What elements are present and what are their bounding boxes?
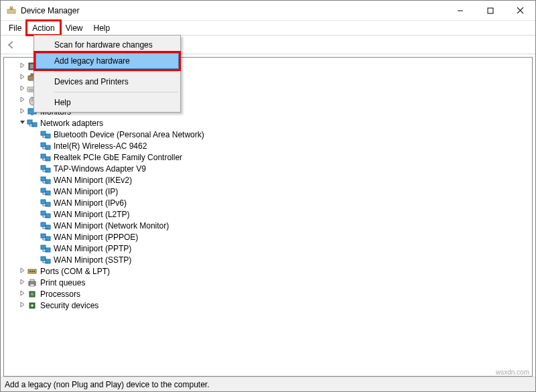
svg-point-72 [31, 271, 33, 272]
watermark: wsxdn.com [496, 369, 529, 376]
tree-label: WAN Miniport (Network Monitor) [54, 221, 169, 231]
tree-label: WAN Miniport (SSTP) [54, 255, 131, 265]
menu-file[interactable]: File [3, 21, 27, 35]
chevron-right-icon[interactable] [17, 267, 27, 275]
network-icon [40, 164, 51, 174]
svg-rect-78 [31, 293, 34, 296]
menu-item-add-legacy-hardware[interactable]: Add legacy hardware [36, 53, 179, 69]
tree-item-wan-miniport-ip-[interactable]: WAN Miniport (IP) [4, 186, 532, 197]
tree-category-ports-com-lpt-[interactable]: Ports (COM & LPT) [4, 265, 532, 277]
network-icon [40, 175, 51, 186]
tree-category-print-queues[interactable]: Print queues [4, 277, 532, 288]
device-manager-window: Device Manager FileActionViewHelp Firmwa… [0, 0, 536, 392]
network-icon [40, 152, 51, 163]
network-icon [40, 243, 51, 254]
titlebar: Device Manager [1, 1, 535, 21]
menu-separator [54, 92, 178, 92]
svg-rect-34 [41, 166, 46, 170]
tree-label: WAN Miniport (PPTP) [54, 244, 131, 253]
menu-help[interactable]: Help [88, 21, 116, 35]
tree-label: Bluetooth Device (Personal Area Network) [54, 130, 204, 139]
svg-rect-62 [41, 245, 46, 249]
security-icon [27, 300, 38, 311]
svg-point-71 [29, 271, 31, 272]
tree-category-processors[interactable]: Processors [4, 288, 532, 300]
menu-action[interactable]: Action [27, 21, 60, 35]
tree-item-wan-miniport-pptp-[interactable]: WAN Miniport (PPTP) [4, 243, 532, 254]
tree-label: WAN Miniport (IPv6) [54, 198, 127, 208]
tree-category-security-devices[interactable]: Security devices [4, 300, 532, 311]
menu-item-devices-and-printers[interactable]: Devices and Printers [36, 74, 179, 90]
action-menu-dropdown: Scan for hardware changesAdd legacy hard… [34, 35, 181, 113]
svg-rect-0 [7, 9, 15, 13]
svg-rect-54 [41, 222, 46, 226]
tree-item-bluetooth-device-personal-area-network-[interactable]: Bluetooth Device (Personal Area Network) [4, 129, 532, 140]
statusbar: Add a legacy (non Plug and Play) device … [1, 377, 535, 391]
cpu-icon [27, 289, 38, 300]
window-title: Device Manager [21, 6, 445, 15]
menu-view[interactable]: View [60, 21, 88, 35]
status-text: Add a legacy (non Plug and Play) device … [5, 380, 210, 389]
svg-rect-18 [27, 120, 32, 124]
tree-item-realtek-pcie-gbe-family-controller[interactable]: Realtek PCIe GbE Family Controller [4, 151, 532, 163]
svg-rect-58 [41, 234, 46, 238]
chevron-right-icon[interactable] [17, 74, 27, 81]
network-icon [40, 129, 51, 140]
minimize-button[interactable] [445, 1, 475, 20]
svg-rect-46 [41, 200, 46, 204]
svg-rect-75 [30, 279, 34, 281]
tree-item-wan-miniport-ikev2-[interactable]: WAN Miniport (IKEv2) [4, 174, 532, 186]
maximize-button[interactable] [475, 1, 505, 20]
app-icon [6, 5, 17, 16]
tree-item-wan-miniport-ipv6-[interactable]: WAN Miniport (IPv6) [4, 197, 532, 208]
tree-label: Security devices [40, 301, 98, 310]
tree-label: Network adapters [40, 119, 103, 128]
back-button[interactable] [5, 38, 18, 52]
svg-rect-38 [41, 177, 46, 181]
svg-rect-17 [31, 114, 34, 115]
window-controls [445, 1, 535, 20]
tree-label: Intel(R) Wireless-AC 9462 [54, 141, 147, 151]
network-icon [40, 255, 51, 265]
svg-rect-66 [41, 257, 46, 261]
tree-label: Processors [40, 289, 80, 299]
chevron-right-icon[interactable] [17, 85, 27, 92]
ports-icon [27, 266, 38, 277]
network-icon [40, 198, 51, 208]
tree-item-wan-miniport-network-monitor-[interactable]: WAN Miniport (Network Monitor) [4, 220, 532, 231]
tree-item-wan-miniport-sstp-[interactable]: WAN Miniport (SSTP) [4, 254, 532, 265]
tree-label: Realtek PCIe GbE Family Controller [54, 153, 182, 162]
tree-category-network-adapters[interactable]: Network adapters [4, 117, 532, 129]
tree-label: WAN Miniport (PPPOE) [54, 233, 138, 242]
svg-rect-4 [488, 8, 493, 13]
menu-separator [54, 71, 178, 72]
tree-item-wan-miniport-pppoe-[interactable]: WAN Miniport (PPPOE) [4, 231, 532, 243]
tree-item-tap-windows-adapter-v9[interactable]: TAP-Windows Adapter V9 [4, 163, 532, 174]
printer-icon [27, 277, 38, 288]
tree-label: Ports (COM & LPT) [40, 267, 110, 276]
tree-label: Print queues [40, 278, 85, 287]
network-icon [40, 232, 51, 243]
svg-rect-30 [41, 154, 46, 158]
tree-label: WAN Miniport (IP) [54, 187, 118, 196]
chevron-right-icon[interactable] [17, 279, 27, 286]
menu-item-help[interactable]: Help [36, 94, 179, 111]
svg-rect-26 [41, 143, 46, 147]
chevron-right-icon[interactable] [17, 302, 27, 309]
menubar: FileActionViewHelp [1, 21, 535, 36]
network-icon [40, 220, 51, 231]
chevron-down-icon[interactable] [17, 119, 27, 127]
tree-item-intel-r-wireless-ac-9462[interactable]: Intel(R) Wireless-AC 9462 [4, 140, 532, 151]
network-icon [27, 118, 38, 129]
chevron-right-icon[interactable] [17, 290, 27, 298]
svg-rect-42 [41, 188, 46, 192]
chevron-right-icon[interactable] [17, 108, 27, 115]
network-icon [40, 141, 51, 151]
close-button[interactable] [505, 1, 535, 20]
chevron-right-icon[interactable] [17, 62, 27, 70]
menu-item-scan-for-hardware-changes[interactable]: Scan for hardware changes [36, 37, 179, 53]
chevron-right-icon[interactable] [17, 96, 27, 104]
tree-item-wan-miniport-l2tp-[interactable]: WAN Miniport (L2TP) [4, 208, 532, 220]
tree-label: WAN Miniport (L2TP) [54, 210, 130, 219]
svg-rect-76 [30, 284, 34, 286]
